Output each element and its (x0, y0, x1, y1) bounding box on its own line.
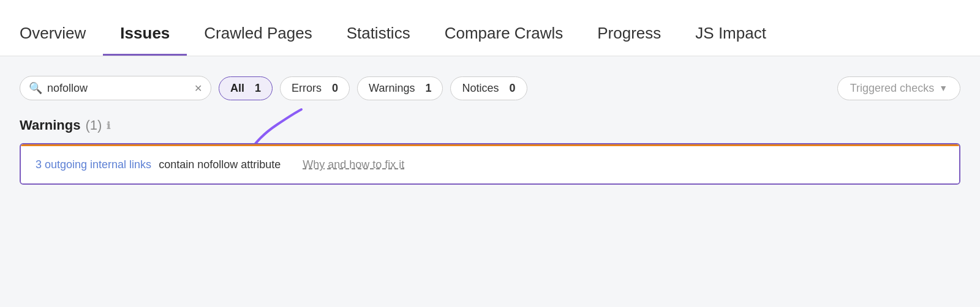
tab-overview[interactable]: Overview (20, 0, 103, 56)
top-navigation: Overview Issues Crawled Pages Statistics… (0, 0, 980, 56)
tab-progress[interactable]: Progress (580, 0, 678, 56)
chevron-down-icon: ▼ (939, 83, 948, 93)
filter-bar: 🔍 ✕ All 1 Errors 0 Warnings 1 Notices 0 … (20, 76, 960, 100)
filter-all-button[interactable]: All 1 (219, 76, 273, 100)
nav-tabs: Overview Issues Crawled Pages Statistics… (20, 0, 783, 56)
tab-crawled-pages[interactable]: Crawled Pages (187, 0, 329, 56)
issue-text: contain nofollow attribute (159, 158, 281, 171)
info-icon[interactable]: ℹ (107, 120, 110, 131)
filter-errors-button[interactable]: Errors 0 (280, 76, 350, 100)
why-fix-link[interactable]: Why and how to fix it (303, 158, 404, 171)
issue-link[interactable]: 3 outgoing internal links (36, 158, 151, 171)
search-input[interactable] (47, 82, 189, 95)
tab-issues[interactable]: Issues (103, 0, 187, 56)
filter-warnings-button[interactable]: Warnings 1 (357, 76, 443, 100)
issue-row: 3 outgoing internal links contain nofoll… (21, 144, 959, 183)
tab-compare-crawls[interactable]: Compare Crawls (428, 0, 581, 56)
warnings-section-title: Warnings (1) ℹ (20, 117, 960, 133)
clear-search-button[interactable]: ✕ (194, 83, 202, 94)
tab-js-impact[interactable]: JS Impact (678, 0, 783, 56)
search-icon: 🔍 (29, 81, 42, 95)
search-box: 🔍 ✕ (20, 76, 211, 100)
annotation-area: 3 outgoing internal links contain nofoll… (20, 143, 960, 185)
triggered-checks-button[interactable]: Triggered checks ▼ (837, 76, 960, 100)
main-content: 🔍 ✕ All 1 Errors 0 Warnings 1 Notices 0 … (0, 56, 980, 185)
issues-container: 3 outgoing internal links contain nofoll… (20, 143, 960, 185)
tab-statistics[interactable]: Statistics (330, 0, 428, 56)
filter-notices-button[interactable]: Notices 0 (450, 76, 527, 100)
